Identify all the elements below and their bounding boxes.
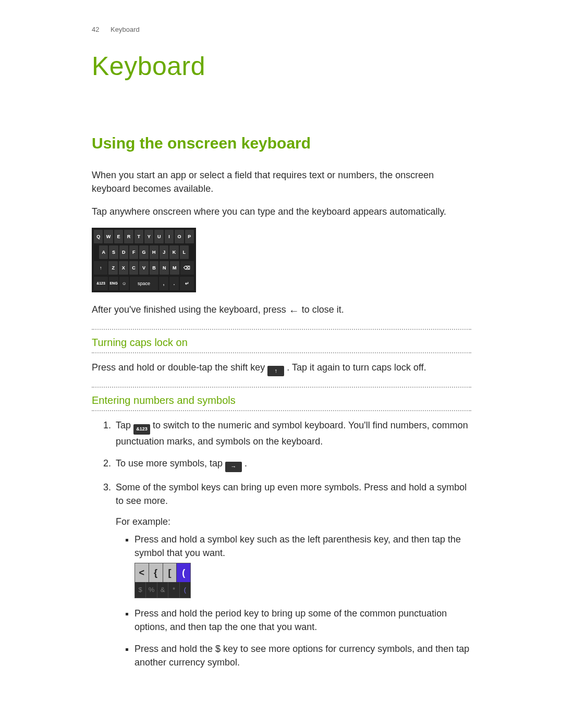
back-arrow-icon: ← (289, 303, 299, 318)
key-q: Q (94, 230, 103, 243)
key-space: space (130, 277, 158, 290)
key-e: E (114, 230, 123, 243)
symbol-popup-top-row: < { [ ( (135, 563, 190, 582)
key-s: S (109, 245, 118, 259)
key-y: Y (144, 230, 153, 243)
symbol-popup-illustration: < { [ ( $ % & * ( (134, 563, 191, 598)
tap-anywhere-paragraph: Tap anywhere onscreen where you can type… (92, 205, 471, 218)
key-z: Z (108, 261, 118, 275)
example-bullet-3: Press and hold the $ key to see more opt… (134, 642, 471, 669)
page-number: 42 (92, 26, 99, 33)
keyboard-row-1: Q W E R T Y U I O P (94, 230, 194, 243)
key-n: N (160, 261, 169, 275)
key-p: P (185, 230, 194, 243)
caps-post: . Tap it again to turn caps lock off. (287, 362, 426, 373)
key-b: B (150, 261, 159, 275)
key-lang: ENG (109, 277, 118, 290)
key-comma: , (159, 277, 168, 290)
key-k: K (169, 245, 178, 259)
key-o: O (175, 230, 183, 243)
close-keyboard-paragraph: After you've finished using the keyboard… (92, 303, 471, 318)
divider (92, 410, 471, 411)
key-period: . (169, 277, 179, 290)
step2-pre: To use more symbols, tap (116, 458, 225, 468)
symbol-popup-bottom-row: $ % & * ( (135, 582, 190, 598)
close-pre: After you've finished using the keyboard… (92, 304, 289, 315)
numbers-symbols-heading: Entering numbers and symbols (92, 393, 471, 408)
key-shift: ↑ (94, 261, 107, 275)
keyboard-row-4: &123 ENG ☺ space , . ↵ (94, 277, 194, 290)
step-3: Some of the symbol keys can bring up eve… (114, 480, 471, 670)
key-numsym: &123 (94, 277, 108, 290)
key-w: W (104, 230, 113, 243)
key-h: H (150, 245, 158, 259)
divider (92, 329, 471, 330)
key-d: D (119, 245, 128, 259)
example-bullet-1-text: Press and hold a symbol key such as the … (134, 534, 461, 558)
caps-pre: Press and hold or double-tap the shift k… (92, 362, 267, 373)
step-2: To use more symbols, tap → . (114, 456, 471, 472)
key-l: L (180, 245, 189, 259)
step2-post: . (244, 458, 247, 468)
caps-lock-paragraph: Press and hold or double-tap the shift k… (92, 361, 471, 376)
key-t: T (134, 230, 143, 243)
running-header: 42 Keyboard (92, 25, 471, 35)
sym-amp: & (157, 582, 168, 598)
step-1: Tap &123 to switch to the numeric and sy… (114, 418, 471, 448)
example-bullets: Press and hold a symbol key such as the … (116, 533, 471, 670)
sym-paren: ( (180, 582, 190, 598)
key-f: F (129, 245, 138, 259)
key-a: A (99, 245, 108, 259)
step1-post: to switch to the numeric and symbol keyb… (116, 420, 468, 447)
key-g: G (139, 245, 148, 259)
key-c: C (129, 261, 139, 275)
divider (92, 352, 471, 353)
caps-lock-heading: Turning caps lock on (92, 335, 471, 350)
close-post: to close it. (302, 304, 344, 315)
page-title: Keyboard (92, 47, 471, 85)
example-bullet-1: Press and hold a symbol key such as the … (134, 533, 471, 598)
keyboard-illustration: Q W E R T Y U I O P A S D F G H J K L ↑ … (92, 228, 196, 292)
key-x: X (119, 261, 128, 275)
divider (92, 387, 471, 388)
section-heading: Using the onscreen keyboard (92, 132, 471, 155)
key-r: R (124, 230, 133, 243)
running-title: Keyboard (111, 26, 140, 33)
key-i: I (165, 230, 174, 243)
sym-paren-active: ( (177, 563, 190, 582)
sym-dollar: $ (135, 582, 146, 598)
keyboard-row-2: A S D F G H J K L (94, 245, 194, 259)
sym-brace: { (149, 563, 163, 582)
example-label: For example: (116, 515, 471, 528)
more-symbols-arrow-icon: → (225, 462, 242, 472)
manual-page: 42 Keyboard Keyboard Using the onscreen … (0, 0, 563, 728)
sym-star: * (168, 582, 179, 598)
shift-key-icon: ↑ (267, 366, 284, 376)
steps-list: Tap &123 to switch to the numeric and sy… (92, 418, 471, 669)
sym-brack: [ (163, 563, 177, 582)
sym-lt: < (135, 563, 149, 582)
key-u: U (154, 230, 163, 243)
key-m: M (170, 261, 179, 275)
key-enter: ↵ (180, 277, 194, 290)
key-j: J (160, 245, 168, 259)
sym-percent: % (146, 582, 157, 598)
intro-paragraph: When you start an app or select a field … (92, 168, 471, 195)
keyboard-row-3: ↑ Z X C V B N M ⌫ (94, 261, 194, 275)
key-v: V (139, 261, 149, 275)
key-backspace: ⌫ (180, 261, 194, 275)
step1-pre: Tap (116, 420, 133, 430)
example-bullet-2: Press and hold the period key to bring u… (134, 607, 471, 634)
numsym-key-icon: &123 (133, 424, 150, 435)
step3-text: Some of the symbol keys can bring up eve… (116, 482, 467, 506)
key-emoji: ☺ (119, 277, 129, 290)
